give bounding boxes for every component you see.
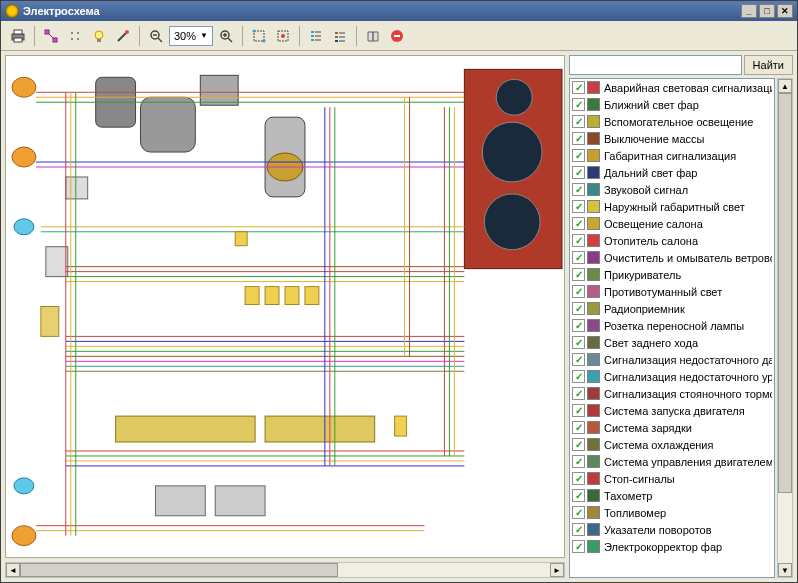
circuit-row[interactable]: ✓Выключение массы [570,130,774,147]
circuit-row[interactable]: ✓Противотуманный свет [570,283,774,300]
circuit-checkbox[interactable]: ✓ [572,506,585,519]
svg-rect-2 [14,38,22,42]
circuit-row[interactable]: ✓Прикуриватель [570,266,774,283]
circuit-list[interactable]: ✓Аварийная световая сигнализация✓Ближний… [569,78,775,578]
circuit-row[interactable]: ✓Наружный габаритный свет [570,198,774,215]
horizontal-scrollbar[interactable]: ◄ ► [5,562,565,578]
circuit-row[interactable]: ✓Тахометр [570,487,774,504]
circuit-row[interactable]: ✓Отопитель салона [570,232,774,249]
circuit-row[interactable]: ✓Топливомер [570,504,774,521]
circuit-row[interactable]: ✓Система охлаждения [570,436,774,453]
circuit-checkbox[interactable]: ✓ [572,268,585,281]
find-button[interactable]: Найти [744,55,793,75]
circuit-checkbox[interactable]: ✓ [572,234,585,247]
book-icon[interactable] [362,25,384,47]
search-input[interactable] [569,55,742,75]
circuit-row[interactable]: ✓Электрокорректор фар [570,538,774,555]
circuit-row[interactable]: ✓Радиоприемник [570,300,774,317]
circuit-checkbox[interactable]: ✓ [572,404,585,417]
circuit-checkbox[interactable]: ✓ [572,183,585,196]
circuit-color-swatch [587,472,600,485]
print-icon[interactable] [7,25,29,47]
circuit-checkbox[interactable]: ✓ [572,489,585,502]
vertical-scrollbar[interactable]: ▲ ▼ [777,78,793,578]
titlebar[interactable]: Электросхема _ □ ✕ [1,1,797,21]
svg-point-23 [262,39,265,42]
circuit-row[interactable]: ✓Сигнализация недостаточного уровня тор [570,368,774,385]
circuit-label: Ближний свет фар [604,99,699,111]
circuit-checkbox[interactable]: ✓ [572,115,585,128]
circuit-checkbox[interactable]: ✓ [572,81,585,94]
circuit-checkbox[interactable]: ✓ [572,438,585,451]
scroll-down-button[interactable]: ▼ [778,563,792,577]
scroll-track[interactable] [20,563,550,577]
scroll-up-button[interactable]: ▲ [778,79,792,93]
stop-icon[interactable] [386,25,408,47]
circuit-checkbox[interactable]: ✓ [572,353,585,366]
circuit-color-swatch [587,438,600,451]
layers-icon[interactable] [329,25,351,47]
circuit-row[interactable]: ✓Свет заднего хода [570,334,774,351]
circuit-checkbox[interactable]: ✓ [572,540,585,553]
bulb-icon[interactable] [88,25,110,47]
circuit-checkbox[interactable]: ✓ [572,455,585,468]
minimize-button[interactable]: _ [741,4,757,18]
circuit-checkbox[interactable]: ✓ [572,302,585,315]
circuit-checkbox[interactable]: ✓ [572,523,585,536]
maximize-button[interactable]: □ [759,4,775,18]
circuit-row[interactable]: ✓Дальний свет фар [570,164,774,181]
list-view-icon[interactable] [305,25,327,47]
highlight-tool-icon[interactable] [272,25,294,47]
circuit-color-swatch [587,200,600,213]
circuit-checkbox[interactable]: ✓ [572,149,585,162]
schematic-canvas[interactable] [5,55,565,558]
zoom-combobox[interactable]: 30%▼ [169,26,213,46]
circuit-row[interactable]: ✓Звуковой сигнал [570,181,774,198]
close-button[interactable]: ✕ [777,4,793,18]
scroll-track[interactable] [778,93,792,563]
select-tool-icon[interactable] [248,25,270,47]
circuit-row[interactable]: ✓Вспомогательное освещение [570,113,774,130]
circuit-label: Топливомер [604,507,666,519]
zoom-out-icon[interactable] [145,25,167,47]
circuit-checkbox[interactable]: ✓ [572,319,585,332]
circuit-checkbox[interactable]: ✓ [572,285,585,298]
scroll-left-button[interactable]: ◄ [6,563,20,577]
circuit-row[interactable]: ✓Стоп-сигналы [570,470,774,487]
circuit-row[interactable]: ✓Габаритная сигнализация [570,147,774,164]
zoom-in-icon[interactable] [215,25,237,47]
circuit-row[interactable]: ✓Очиститель и омыватель ветрового стекл [570,249,774,266]
circuit-checkbox[interactable]: ✓ [572,421,585,434]
circuit-row[interactable]: ✓Система запуска двигателя [570,402,774,419]
circuit-row[interactable]: ✓Освещение салона [570,215,774,232]
circuit-checkbox[interactable]: ✓ [572,200,585,213]
svg-rect-34 [335,36,338,38]
circuit-row[interactable]: ✓Система зарядки [570,419,774,436]
separator [356,26,357,46]
side-panel: Найти ✓Аварийная световая сигнализация✓Б… [569,51,797,582]
circuit-checkbox[interactable]: ✓ [572,98,585,111]
svg-rect-39 [394,35,400,37]
circuit-row[interactable]: ✓Сигнализация стояночного тормоза [570,385,774,402]
circuit-checkbox[interactable]: ✓ [572,132,585,145]
points-tool-icon[interactable] [64,25,86,47]
circuit-row[interactable]: ✓Указатели поворотов [570,521,774,538]
circuit-row[interactable]: ✓Розетка переносной лампы [570,317,774,334]
circuit-row[interactable]: ✓Сигнализация недостаточного давления м [570,351,774,368]
window-title: Электросхема [23,5,741,17]
circuit-row[interactable]: ✓Аварийная световая сигнализация [570,79,774,96]
circuit-checkbox[interactable]: ✓ [572,217,585,230]
circuit-checkbox[interactable]: ✓ [572,370,585,383]
scroll-thumb[interactable] [20,563,338,577]
circuit-checkbox[interactable]: ✓ [572,387,585,400]
circuit-checkbox[interactable]: ✓ [572,472,585,485]
circuit-checkbox[interactable]: ✓ [572,166,585,179]
probe-icon[interactable] [112,25,134,47]
connector-tool-icon[interactable] [40,25,62,47]
circuit-row[interactable]: ✓Ближний свет фар [570,96,774,113]
circuit-row[interactable]: ✓Система управления двигателем [570,453,774,470]
circuit-checkbox[interactable]: ✓ [572,336,585,349]
circuit-checkbox[interactable]: ✓ [572,251,585,264]
scroll-right-button[interactable]: ► [550,563,564,577]
scroll-thumb[interactable] [778,93,792,493]
